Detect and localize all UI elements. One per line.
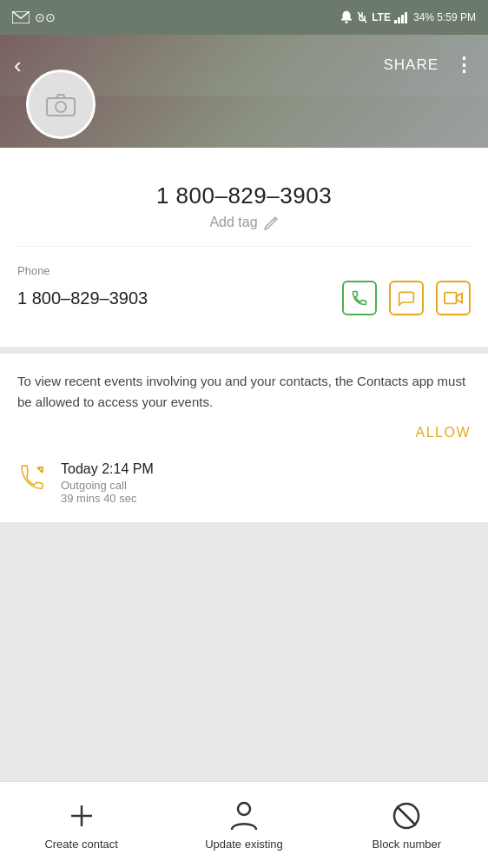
- status-right-icons: LTE 34% 5:59 PM: [340, 10, 476, 24]
- phone-icon: [351, 289, 368, 307]
- call-history-item: Today 2:14 PM Outgoing call 39 mins 40 s…: [17, 456, 471, 505]
- nav-right-actions: SHARE ⋮: [383, 54, 474, 76]
- events-card: To view recent events involving you and …: [0, 354, 488, 522]
- edit-icon: [263, 215, 279, 230]
- block-number-label: Block number: [373, 838, 441, 851]
- create-contact-button[interactable]: Create contact: [1, 799, 162, 851]
- share-button[interactable]: SHARE: [383, 56, 439, 74]
- voicemail-icon: ⊙⊙: [35, 10, 56, 24]
- call-type: Outgoing call: [61, 479, 154, 492]
- update-existing-label: Update existing: [205, 838, 283, 851]
- svg-rect-4: [398, 17, 400, 23]
- svg-point-8: [56, 102, 66, 112]
- phone-section: Phone 1 800–829–3903: [17, 259, 471, 329]
- mail-icon: [12, 11, 30, 23]
- add-tag-label: Add tag: [209, 215, 257, 230]
- allow-button[interactable]: ALLOW: [17, 425, 471, 441]
- contact-phone-name: 1 800–829–3903: [17, 182, 471, 209]
- plus-icon: [65, 799, 98, 832]
- phone-row: 1 800–829–3903: [17, 281, 471, 315]
- status-left-icons: ⊙⊙: [12, 10, 56, 24]
- more-options-button[interactable]: ⋮: [454, 54, 474, 76]
- call-details: Today 2:14 PM Outgoing call 39 mins 40 s…: [61, 461, 154, 505]
- svg-line-11: [37, 467, 43, 473]
- phone-label: Phone: [17, 264, 471, 277]
- create-contact-label: Create contact: [44, 838, 118, 851]
- call-history-icon-wrap: [17, 461, 49, 493]
- call-time: Today 2:14 PM: [61, 461, 154, 477]
- avatar-button[interactable]: [26, 70, 96, 139]
- contact-card: 1 800–829–3903 Add tag Phone 1 800–829–3…: [0, 148, 488, 347]
- video-button[interactable]: [436, 281, 471, 315]
- signal-icon: [394, 11, 410, 23]
- block-number-button[interactable]: Block number: [326, 799, 487, 851]
- svg-rect-6: [405, 12, 407, 23]
- message-icon: [398, 289, 415, 307]
- status-bar: ⊙⊙ LTE 34% 5:59 PM: [0, 0, 488, 35]
- battery-text: 34% 5:59 PM: [413, 11, 476, 23]
- lte-label: LTE: [372, 11, 391, 23]
- call-button[interactable]: [342, 281, 377, 315]
- phone-actions: [342, 281, 471, 315]
- svg-rect-3: [394, 20, 397, 23]
- message-button[interactable]: [389, 281, 424, 315]
- outgoing-call-icon: [20, 464, 46, 490]
- svg-line-16: [397, 806, 416, 825]
- svg-rect-5: [401, 15, 404, 23]
- update-existing-button[interactable]: Update existing: [163, 799, 324, 851]
- svg-line-9: [274, 219, 275, 221]
- events-permission-text: To view recent events involving you and …: [17, 371, 471, 413]
- notification-icon: [340, 10, 353, 24]
- divider: [17, 246, 471, 247]
- svg-point-1: [346, 21, 348, 23]
- camera-icon: [45, 89, 76, 120]
- profile-area: [0, 96, 488, 148]
- video-icon: [444, 290, 463, 306]
- bottom-bar: Create contact Update existing Block num…: [0, 781, 488, 868]
- mute-icon: [356, 10, 368, 24]
- add-tag-row[interactable]: Add tag: [17, 215, 471, 230]
- person-icon: [228, 799, 260, 832]
- svg-rect-10: [445, 293, 457, 304]
- phone-number: 1 800–829–3903: [17, 288, 148, 308]
- call-duration: 39 mins 40 sec: [61, 492, 154, 505]
- block-icon: [390, 799, 423, 832]
- svg-point-14: [238, 803, 250, 815]
- back-button[interactable]: ‹: [14, 52, 22, 79]
